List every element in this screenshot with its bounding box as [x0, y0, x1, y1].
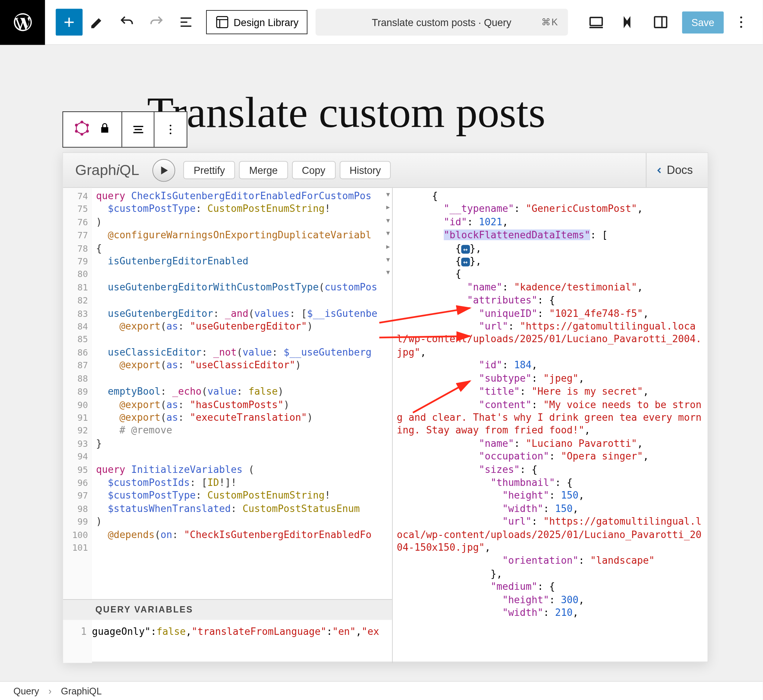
block-toolbar: [63, 111, 187, 147]
align-icon[interactable]: [122, 112, 154, 147]
svg-point-15: [169, 133, 171, 134]
query-variables-editor[interactable]: 1 guageOnly":false,"translateFromLanguag…: [63, 619, 392, 663]
svg-marker-6: [76, 122, 87, 134]
graphiql-panel: GraphiQL Prettify Merge Copy History Doc…: [63, 152, 708, 662]
query-variables-header[interactable]: QUERY VARIABLES: [63, 599, 392, 619]
graphql-block-icon[interactable]: [74, 120, 89, 138]
design-library-label: Design Library: [233, 16, 298, 28]
device-preview-icon[interactable]: [584, 10, 608, 34]
query-editor[interactable]: 74 75 76 77 78 79 80 81 82 83 84 85 86 8…: [63, 188, 392, 600]
svg-point-11: [75, 130, 77, 132]
docs-toggle[interactable]: Docs: [646, 153, 701, 187]
breadcrumb-item[interactable]: GraphiQL: [61, 686, 102, 697]
block-more-icon[interactable]: [154, 112, 186, 147]
svg-point-10: [80, 133, 82, 135]
copy-button[interactable]: Copy: [292, 161, 335, 179]
lock-icon[interactable]: [98, 122, 110, 137]
save-button[interactable]: Save: [682, 11, 724, 33]
undo-icon[interactable]: [115, 10, 139, 34]
add-block-button[interactable]: +: [56, 9, 83, 35]
design-library-button[interactable]: Design Library: [206, 10, 307, 34]
svg-rect-2: [655, 17, 666, 28]
edit-icon[interactable]: [85, 10, 110, 34]
svg-rect-1: [590, 17, 602, 26]
svg-point-3: [740, 16, 742, 18]
breadcrumb: Query › GraphiQL: [0, 681, 763, 700]
merge-button[interactable]: Merge: [239, 161, 288, 179]
document-outline-icon[interactable]: [174, 10, 198, 34]
chevron-right-icon: ›: [49, 686, 52, 697]
svg-point-14: [169, 129, 171, 131]
page-title: Translate custom posts: [147, 87, 545, 138]
svg-rect-0: [217, 17, 228, 28]
svg-point-5: [740, 26, 742, 28]
redo-icon[interactable]: [144, 10, 168, 34]
svg-point-4: [740, 21, 742, 23]
result-viewer[interactable]: { "__typename": "GenericCustomPost", "id…: [393, 188, 708, 663]
command-shortcut: ⌘K: [541, 17, 558, 28]
svg-point-12: [75, 124, 77, 126]
command-bar-text: Translate custom posts · Query: [372, 16, 512, 28]
svg-point-9: [86, 130, 88, 132]
history-button[interactable]: History: [339, 161, 391, 179]
graphiql-title: GraphiQL: [70, 161, 144, 179]
svg-point-8: [86, 124, 88, 126]
breadcrumb-item[interactable]: Query: [13, 686, 39, 697]
settings-sidebar-icon[interactable]: [648, 10, 672, 34]
more-options-icon[interactable]: [729, 10, 753, 34]
svg-point-13: [169, 125, 171, 127]
kadence-icon[interactable]: [616, 10, 641, 34]
execute-button[interactable]: [153, 159, 175, 181]
prettify-button[interactable]: Prettify: [184, 161, 235, 179]
wordpress-logo[interactable]: [0, 0, 45, 45]
svg-point-7: [80, 121, 82, 123]
command-bar[interactable]: Translate custom posts · Query ⌘K: [315, 9, 568, 35]
